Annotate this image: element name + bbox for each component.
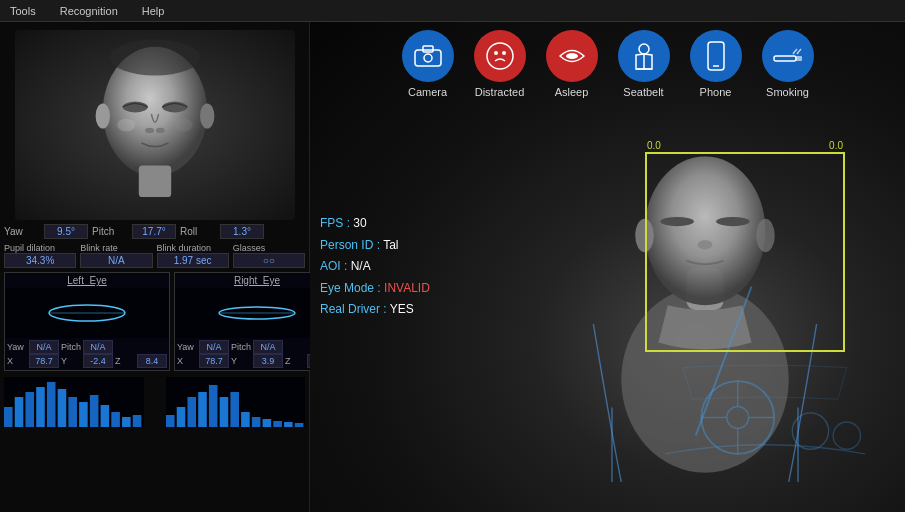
status-phone[interactable]: Phone <box>690 30 742 98</box>
left-eye-svg <box>42 298 132 328</box>
svg-rect-34 <box>230 392 239 427</box>
car-outline-svg <box>665 362 865 482</box>
smoking-circle[interactable] <box>762 30 814 82</box>
svg-rect-1 <box>138 166 170 198</box>
svg-point-64 <box>639 44 649 54</box>
svg-rect-20 <box>58 389 67 427</box>
blink-rate-label: Blink rate <box>80 243 152 253</box>
camera-label: Camera <box>408 86 447 98</box>
svg-rect-35 <box>241 412 250 427</box>
seatbelt-icon <box>632 41 656 71</box>
status-seatbelt[interactable]: Seatbelt <box>618 30 670 98</box>
phone-circle[interactable] <box>690 30 742 82</box>
svg-rect-22 <box>79 402 88 427</box>
svg-rect-37 <box>262 419 271 427</box>
yaw-value: 9.5° <box>44 224 88 239</box>
left-panel: Yaw 9.5° Pitch 17.7° Roll 1.3° Pupil dil… <box>0 22 310 512</box>
roll-label: Roll <box>180 226 216 237</box>
face-bounding-box: 0.0 0.0 <box>645 152 845 352</box>
svg-point-4 <box>145 128 154 133</box>
svg-rect-33 <box>219 397 228 427</box>
svg-point-55 <box>792 413 828 449</box>
camera-icon <box>414 45 442 67</box>
hist-right-svg <box>166 377 306 427</box>
menu-help[interactable]: Help <box>138 3 169 19</box>
right-eye-svg <box>212 298 302 328</box>
svg-rect-39 <box>284 422 293 427</box>
pupil-dilation-col: Pupil dilation 34.3% <box>4 243 76 268</box>
menu-recognition[interactable]: Recognition <box>56 3 122 19</box>
histogram-area <box>4 377 305 427</box>
svg-rect-21 <box>68 397 77 427</box>
main-layout: Yaw 9.5° Pitch 17.7° Roll 1.3° Pupil dil… <box>0 22 905 512</box>
yaw-label: Yaw <box>4 226 40 237</box>
svg-rect-32 <box>208 385 217 427</box>
svg-rect-27 <box>133 415 142 427</box>
left-eye-panel: Left_Eye Yaw N/A Pitch N/A <box>4 272 170 371</box>
status-asleep[interactable]: Asleep <box>546 30 598 98</box>
status-camera[interactable]: Camera <box>402 30 454 98</box>
status-smoking[interactable]: Smoking <box>762 30 814 98</box>
person-id-line: Person ID : Tal <box>320 235 430 257</box>
pitch-label: Pitch <box>92 226 128 237</box>
phone-icon <box>706 41 726 71</box>
histogram-right <box>166 377 306 427</box>
svg-rect-58 <box>423 46 433 52</box>
phone-label: Phone <box>700 86 732 98</box>
svg-rect-31 <box>198 392 207 427</box>
svg-rect-17 <box>25 392 34 427</box>
bbox-top-left-label: 0.0 <box>647 140 661 151</box>
svg-rect-23 <box>90 395 99 427</box>
svg-rect-70 <box>796 56 802 61</box>
menu-tools[interactable]: Tools <box>6 3 40 19</box>
svg-rect-26 <box>122 417 131 427</box>
orientation-row: Yaw 9.5° Pitch 17.7° Roll 1.3° <box>4 224 305 239</box>
svg-rect-19 <box>47 382 56 427</box>
distracted-label: Distracted <box>475 86 525 98</box>
svg-rect-69 <box>774 56 796 61</box>
pupil-dilation-value: 34.3% <box>4 253 76 268</box>
svg-point-50 <box>727 407 749 429</box>
info-overlay: FPS : 30 Person ID : Tal AOI : N/A Eye M… <box>320 213 430 321</box>
glasses-col: Glasses ○○ <box>233 243 305 268</box>
histogram-left <box>4 377 144 427</box>
camera-circle[interactable] <box>402 30 454 82</box>
blink-rate-value: N/A <box>80 253 152 268</box>
real-driver-line: Real Driver : YES <box>320 299 430 321</box>
camera-feed: 0.0 0.0 Camera <box>310 22 905 512</box>
svg-point-63 <box>566 53 578 59</box>
svg-point-7 <box>200 103 214 128</box>
head-3d-display <box>15 30 295 220</box>
status-distracted[interactable]: Distracted <box>474 30 526 98</box>
svg-rect-25 <box>111 412 120 427</box>
eye-panels: Left_Eye Yaw N/A Pitch N/A <box>4 272 305 371</box>
svg-point-6 <box>95 103 109 128</box>
left-eye-display <box>5 288 169 338</box>
head-3d-svg <box>75 35 235 215</box>
glasses-value: ○○ <box>233 253 305 268</box>
svg-point-61 <box>494 51 498 55</box>
svg-point-62 <box>502 51 506 55</box>
menu-bar: Tools Recognition Help <box>0 0 905 22</box>
blink-duration-value: 1.97 sec <box>157 253 229 268</box>
blink-duration-col: Blink duration 1.97 sec <box>157 243 229 268</box>
fps-line: FPS : 30 <box>320 213 430 235</box>
right-panel: 0.0 0.0 Camera <box>310 22 905 512</box>
distracted-circle[interactable] <box>474 30 526 82</box>
seatbelt-label: Seatbelt <box>623 86 663 98</box>
svg-rect-30 <box>187 397 196 427</box>
smoking-icon <box>773 46 803 66</box>
roll-value: 1.3° <box>220 224 264 239</box>
pupil-dilation-label: Pupil dilation <box>4 243 76 253</box>
svg-rect-38 <box>273 421 282 427</box>
pupil-stats-row: Pupil dilation 34.3% Blink rate N/A Blin… <box>4 243 305 268</box>
seatbelt-circle[interactable] <box>618 30 670 82</box>
hist-left-svg <box>4 377 144 427</box>
svg-rect-15 <box>4 407 13 427</box>
svg-rect-16 <box>15 397 24 427</box>
blink-duration-label: Blink duration <box>157 243 229 253</box>
asleep-circle[interactable] <box>546 30 598 82</box>
asleep-icon <box>557 45 587 67</box>
svg-point-59 <box>424 54 432 62</box>
asleep-label: Asleep <box>555 86 589 98</box>
